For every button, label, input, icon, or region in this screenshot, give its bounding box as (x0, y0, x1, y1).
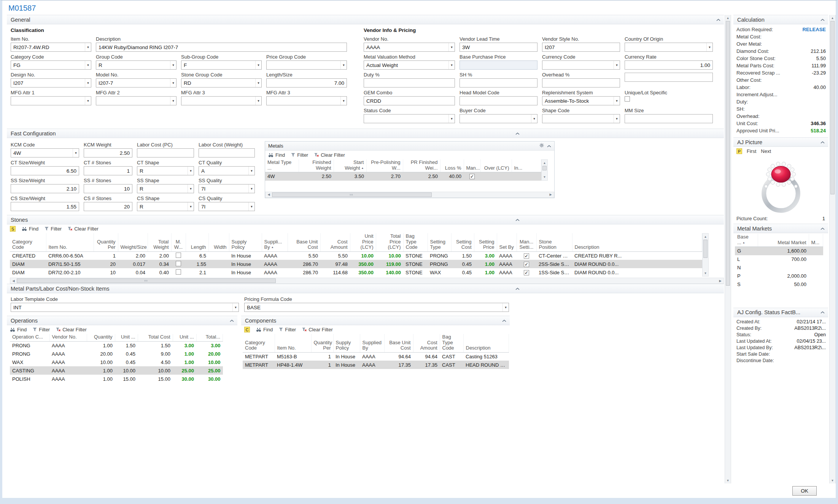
table-row[interactable]: CASTINGAAAA1.0010.0010.0025.0025.00 (10, 366, 223, 375)
shape-code-combobox[interactable]: ▾ (542, 114, 620, 123)
cell-supplied-by[interactable]: AAAA (360, 361, 384, 369)
col-setting-price[interactable]: Setting Price (474, 233, 497, 251)
scroll-down-icon[interactable]: ▼ (830, 477, 835, 483)
cell-vendor-no[interactable]: AAAA (49, 350, 87, 358)
cell-setting-cost[interactable]: 0.45 (451, 260, 474, 268)
mfg-attr-3b-input[interactable] (266, 96, 347, 105)
chevron-down-icon[interactable]: ▾ (73, 149, 79, 157)
checkbox-checked-icon[interactable]: ✓ (524, 262, 529, 267)
cell-setting-type[interactable]: WAX (428, 268, 451, 277)
ct-size-weight-input[interactable] (11, 166, 79, 175)
cell-m[interactable] (809, 272, 823, 280)
cell-category-code[interactable]: DIAM (10, 260, 46, 268)
cell-man-setting[interactable]: ✓ (517, 260, 536, 268)
cell-category-code[interactable]: CREATED (10, 251, 46, 260)
stone-group-code-combobox[interactable]: ▾ (181, 78, 262, 87)
cell-quantity-per[interactable]: 1 (311, 352, 333, 361)
col-setting-type[interactable]: Setting Type (428, 233, 451, 251)
sub-group-code-input[interactable] (181, 60, 262, 70)
cell-mw[interactable] (171, 251, 186, 260)
cell-total-cost[interactable]: 10.00 (138, 366, 173, 375)
buyer-code-input[interactable] (460, 114, 537, 123)
col-category-code[interactable]: Category Code (10, 233, 46, 251)
find-button[interactable]: Find (268, 152, 285, 158)
cell-vendor-no[interactable]: AAAA (49, 358, 87, 366)
model-no-input[interactable] (96, 78, 177, 87)
cell-item-no[interactable]: DR7I2.00-2.10 (46, 268, 94, 277)
cell-setting-type[interactable]: PRONG (428, 260, 451, 268)
cell-setting-price[interactable]: 1.00 (474, 268, 497, 277)
replenishment-system-combobox[interactable]: ▾ (542, 96, 620, 105)
cell-length[interactable]: 2.1 (186, 268, 208, 277)
cell-metal-market[interactable]: 50.00 (758, 280, 809, 289)
cell-setting-price[interactable]: 3.00 (474, 251, 497, 260)
filter-button[interactable]: Filter (279, 327, 296, 332)
chevron-down-icon[interactable]: ▾ (85, 43, 91, 51)
col-base-unit-cost[interactable]: Base Unit Cost (384, 334, 413, 352)
cell-item-no[interactable]: CRR6.00-6.50A (46, 251, 94, 260)
col-vendor-no[interactable]: Vendor No. (49, 334, 87, 341)
country-of-origin-combobox[interactable]: ▾ (625, 43, 713, 52)
currency-code-input[interactable] (542, 60, 620, 70)
table-row[interactable]: CREATEDCRR6.00-6.50A12.002.006.5In House… (10, 251, 702, 260)
chevron-down-icon[interactable]: ▾ (248, 167, 254, 175)
cell-item-no[interactable]: HP48-1.4W (275, 361, 311, 369)
base-purchase-price-input[interactable] (460, 60, 537, 70)
cell-base-unit-cost[interactable]: 17.35 (384, 361, 413, 369)
cell-base-unit-cost[interactable]: 286.70 (288, 260, 320, 268)
actions-gear-icon[interactable] (539, 143, 544, 149)
cell-cost-amount[interactable]: 114.68 (320, 268, 350, 277)
first-button[interactable]: First (747, 148, 756, 154)
col-supplied-by[interactable]: Suppli... By▲ (262, 233, 288, 251)
metals-subpage-header[interactable]: Metals (265, 142, 554, 151)
ct-shape-combobox[interactable]: ▾ (137, 166, 194, 175)
col-total-cost[interactable]: Total Cost (138, 334, 173, 341)
price-group-code-combobox[interactable]: ▾ (266, 60, 347, 70)
clear-filter-button[interactable]: Clear Filter (302, 327, 333, 332)
cell-width[interactable] (208, 251, 229, 260)
cell-supplied-by[interactable]: AAAA (262, 268, 288, 277)
cell-unit-price[interactable]: 30.00 (173, 375, 196, 383)
table-row[interactable]: L700.00 (735, 255, 823, 264)
scroll-left-icon[interactable]: ◀ (10, 278, 17, 283)
col-quantity[interactable]: Quantity (87, 334, 115, 341)
ss-quality-combobox[interactable]: ▾ (199, 184, 255, 193)
chevron-down-icon[interactable]: ▾ (340, 97, 347, 105)
cell-set-by[interactable]: AAAA (497, 268, 517, 277)
col-inc[interactable]: In... (512, 159, 541, 172)
collapse-chevron-icon[interactable] (515, 131, 520, 136)
cell-pr-finished-weight[interactable]: 2.50 (403, 172, 440, 181)
cell-mw[interactable] (171, 260, 186, 268)
col-quantity-per[interactable]: Quantity Per (94, 233, 118, 251)
cell-description[interactable]: CREATED RUBY R... (572, 251, 702, 260)
col-cost-amount[interactable]: Cost Amount (413, 334, 440, 352)
cell-total-price-lcy[interactable]: 10.00 (376, 251, 403, 260)
cell-total-price[interactable]: 3.00 (196, 341, 223, 350)
col-bag-type-code[interactable]: Bag Type Code (403, 233, 428, 251)
sub-group-code-combobox[interactable]: ▾ (181, 60, 262, 70)
find-button[interactable]: Find (22, 226, 38, 232)
mfg-attr-3-combobox[interactable]: ▾ (181, 96, 262, 105)
collapse-chevron-icon[interactable] (229, 318, 234, 323)
shape-code-input[interactable] (542, 114, 620, 123)
cell-bag-type-code[interactable]: CAST (440, 361, 463, 369)
ss-stones-input[interactable] (84, 184, 132, 193)
general-fasttab-header[interactable]: General (7, 15, 724, 24)
cell-bag-type-code[interactable]: CAST (440, 352, 463, 361)
ok-button[interactable]: OK (792, 486, 817, 496)
col-unit-price[interactable]: Unit ... (173, 334, 196, 341)
cell-bag-type-code[interactable]: STONE (403, 260, 428, 268)
model-no-combobox[interactable]: ▾ (96, 78, 177, 87)
filter-button[interactable]: Filter (291, 152, 308, 158)
chevron-down-icon[interactable]: ▾ (448, 61, 455, 69)
cell-cost-amount[interactable]: 94.64 (413, 352, 440, 361)
scroll-down-icon[interactable]: ▼ (542, 174, 547, 180)
col-item-no[interactable]: Item No. (46, 233, 94, 251)
chevron-down-icon[interactable]: ▾ (170, 97, 176, 105)
col-total-weight[interactable]: Total Weight (148, 233, 171, 251)
metals-vertical-scrollbar[interactable]: ▲ ▼ (541, 159, 548, 181)
unique-lot-specific-checkbox[interactable] (625, 96, 630, 102)
checkbox-unchecked-icon[interactable] (176, 269, 181, 275)
gem-combo-input[interactable] (364, 96, 455, 105)
group-code-input[interactable] (96, 60, 177, 70)
